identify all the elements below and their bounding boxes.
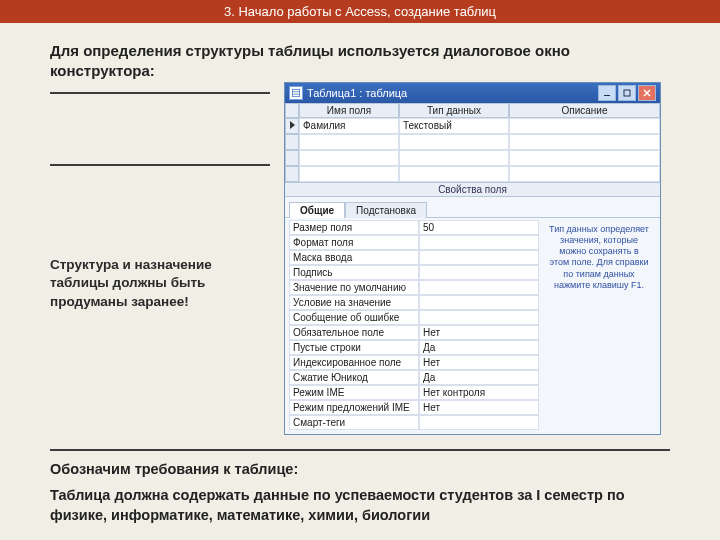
prop-label: Значение по умолчанию [289, 280, 419, 295]
intro-text: Для определения структуры таблицы исполь… [50, 41, 670, 82]
prop-label: Условие на значение [289, 295, 419, 310]
properties-label: Свойства поля [285, 182, 660, 197]
row-selector[interactable] [285, 134, 299, 150]
row-selector[interactable] [285, 150, 299, 166]
close-button[interactable] [638, 85, 656, 101]
maximize-button[interactable] [618, 85, 636, 101]
prop-value[interactable] [419, 235, 539, 250]
svg-rect-3 [293, 94, 299, 96]
prop-value[interactable] [419, 265, 539, 280]
prop-label: Режим IME [289, 385, 419, 400]
field-name-cell[interactable]: Фамилия [299, 118, 399, 134]
property-tabs: Общие Подстановка [285, 197, 660, 218]
tab-lookup[interactable]: Подстановка [345, 202, 427, 218]
prop-value[interactable] [419, 295, 539, 310]
prop-label: Формат поля [289, 235, 419, 250]
prop-label: Режим предложений IME [289, 400, 419, 415]
description-cell[interactable] [509, 150, 660, 166]
description-cell[interactable] [509, 118, 660, 134]
data-type-cell[interactable] [399, 150, 509, 166]
prop-value[interactable]: Нет контроля [419, 385, 539, 400]
minimize-button[interactable] [598, 85, 616, 101]
divider [50, 164, 270, 166]
svg-rect-2 [293, 92, 299, 94]
prop-value[interactable] [419, 280, 539, 295]
help-panel: Тип данных определяет значения, которые … [543, 218, 655, 434]
prop-value[interactable]: Нет [419, 325, 539, 340]
requirements-title: Обозначим требования к таблице: [50, 461, 670, 477]
prop-label: Сжатие Юникод [289, 370, 419, 385]
divider [50, 92, 270, 94]
prop-label: Подпись [289, 265, 419, 280]
data-type-cell[interactable] [399, 166, 509, 182]
row-selector[interactable] [285, 166, 299, 182]
table-icon [289, 86, 303, 100]
field-name-cell[interactable] [299, 134, 399, 150]
window-titlebar: Таблица1 : таблица [285, 83, 660, 103]
access-designer-window: Таблица1 : таблица Имя поля Тип данных О… [284, 82, 661, 435]
data-type-cell[interactable] [399, 134, 509, 150]
col-description: Описание [509, 103, 660, 118]
prop-value[interactable]: Да [419, 370, 539, 385]
svg-rect-4 [604, 95, 610, 96]
prop-value[interactable]: Да [419, 340, 539, 355]
tab-general[interactable]: Общие [289, 202, 345, 218]
field-name-cell[interactable] [299, 166, 399, 182]
prop-label: Маска ввода [289, 250, 419, 265]
prop-label: Индексированное поле [289, 355, 419, 370]
slide-header: 3. Начало работы с Access, создание табл… [0, 0, 720, 23]
field-grid: Имя поля Тип данных Описание Фамилия Тек… [285, 103, 660, 182]
window-title: Таблица1 : таблица [307, 87, 407, 99]
svg-rect-1 [293, 89, 299, 91]
description-cell[interactable] [509, 134, 660, 150]
prop-value[interactable]: Нет [419, 400, 539, 415]
prop-label: Пустые строки [289, 340, 419, 355]
property-grid: Размер поля50 Формат поля Маска ввода По… [285, 218, 543, 434]
prop-value[interactable] [419, 250, 539, 265]
col-field-name: Имя поля [299, 103, 399, 118]
divider [50, 449, 670, 451]
requirements-body: Таблица должна содержать данные по успев… [50, 485, 670, 526]
prop-label: Размер поля [289, 220, 419, 235]
prop-value[interactable]: 50 [419, 220, 539, 235]
row-selector[interactable] [285, 118, 299, 134]
prop-label: Обязательное поле [289, 325, 419, 340]
svg-rect-5 [624, 90, 630, 96]
prop-value[interactable] [419, 310, 539, 325]
data-type-cell[interactable]: Текстовый [399, 118, 509, 134]
col-data-type: Тип данных [399, 103, 509, 118]
prop-label: Смарт-теги [289, 415, 419, 430]
description-cell[interactable] [509, 166, 660, 182]
prop-value[interactable] [419, 415, 539, 430]
prop-value[interactable]: Нет [419, 355, 539, 370]
prop-label: Сообщение об ошибке [289, 310, 419, 325]
field-name-cell[interactable] [299, 150, 399, 166]
advice-text: Структура и назначение таблицы должны бы… [50, 256, 270, 313]
